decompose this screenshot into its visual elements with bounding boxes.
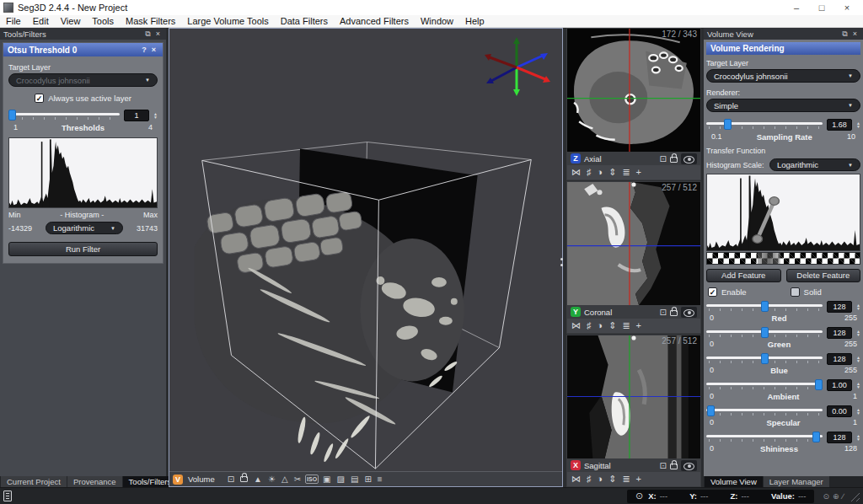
flip-horizontal-icon[interactable]: ⋈	[571, 319, 581, 332]
menu-mask-filters[interactable]: Mask Filters	[120, 15, 181, 28]
otsu-tool-header[interactable]: Otsu Threshold 0 ? ×	[3, 43, 163, 56]
tf-handle-low[interactable]	[753, 235, 763, 244]
dock-close-icon[interactable]: ×	[153, 29, 163, 38]
flip-horizontal-icon[interactable]: ⋈	[571, 166, 581, 179]
menu-lines-icon[interactable]: ≣	[622, 166, 630, 179]
autoview-icon[interactable]: ⊡	[660, 461, 667, 470]
resize-grip[interactable]	[849, 491, 860, 501]
transfer-function-histogram[interactable]	[706, 174, 860, 251]
grid-icon[interactable]: ♯	[587, 473, 592, 485]
visibility-eye-icon[interactable]	[681, 460, 697, 471]
run-filter-button[interactable]: Run Filter	[8, 242, 158, 256]
volume-viewport[interactable]: V Volume ⊡ ▲ ☀ △ ✂ ISO ▣ ▨ ▤ ⊞ ≡	[169, 28, 563, 487]
flip-vertical-icon[interactable]: ◑	[598, 319, 603, 332]
sampling-rate-spinbox[interactable]: 1.68	[827, 119, 852, 131]
specular-slider[interactable]	[706, 405, 823, 417]
always-active-checkbox[interactable]: ✓	[35, 94, 44, 103]
lock-icon[interactable]	[670, 153, 678, 164]
green-spinbox[interactable]: 128	[827, 327, 852, 339]
autoview-icon[interactable]: ⊡	[226, 473, 236, 486]
menu-data-filters[interactable]: Data Filters	[275, 15, 334, 28]
maximize-button[interactable]: □	[809, 0, 834, 15]
close-button[interactable]: ×	[834, 0, 860, 15]
menu-help[interactable]: Help	[459, 15, 490, 28]
delete-feature-button[interactable]: Delete Feature	[786, 269, 861, 282]
dock-float-icon[interactable]: ⧉	[839, 29, 850, 39]
tab-provenance[interactable]: Provenance	[67, 476, 122, 487]
menu-window[interactable]: Window	[415, 15, 459, 28]
thresholds-spinner[interactable]: ▲▼	[153, 112, 158, 120]
autoview-icon[interactable]: ⊡	[660, 308, 667, 317]
add-viewer-icon[interactable]: +	[636, 473, 641, 485]
menu-file[interactable]: File	[0, 15, 27, 28]
lock-icon[interactable]	[670, 306, 678, 318]
renderer-dropdown[interactable]: Simple ▼	[706, 99, 860, 112]
coronal-slice-image[interactable]: 257 / 512	[567, 182, 700, 305]
target-layer-dropdown[interactable]: Crocodylus johnsonii ▼	[706, 69, 860, 83]
histogram-scale-dropdown[interactable]: Logarithmic ▼	[46, 222, 123, 234]
red-spinbox[interactable]: 128	[827, 301, 852, 313]
sagittal-slice-image[interactable]: 257 / 512	[567, 335, 700, 458]
menu-lines-icon[interactable]: ≡	[376, 473, 384, 486]
solid-checkbox[interactable]	[791, 287, 800, 297]
lock-icon[interactable]	[670, 459, 678, 471]
axial-slice-image[interactable]: 172 / 343	[567, 29, 700, 152]
specular-spinbox[interactable]: 0.00	[827, 405, 852, 417]
add-feature-button[interactable]: Add Feature	[706, 269, 781, 282]
minimize-button[interactable]: –	[784, 0, 809, 15]
green-slider[interactable]	[706, 327, 823, 339]
shininess-slider[interactable]	[706, 432, 823, 443]
lock-icon[interactable]	[239, 472, 249, 486]
message-log-icon[interactable]	[3, 491, 12, 501]
slice-updown-icon[interactable]: ⇕	[608, 319, 616, 332]
menu-edit[interactable]: Edit	[27, 15, 55, 28]
menu-lines-icon[interactable]: ≣	[622, 319, 630, 332]
menu-advanced-filters[interactable]: Advanced Filters	[334, 15, 415, 28]
tool-help-icon[interactable]: ?	[139, 46, 149, 54]
slice-updown-icon[interactable]: ⇕	[608, 473, 616, 485]
target-layer-dropdown[interactable]: Crocodylus johnsonii ▼	[8, 73, 158, 87]
status-icon-3[interactable]: ∕	[840, 492, 845, 501]
red-slider[interactable]	[706, 301, 823, 313]
tf-handle-high[interactable]	[769, 197, 780, 206]
blue-slider[interactable]	[706, 353, 823, 365]
snapshot-icon[interactable]: ▣	[321, 473, 332, 486]
layers-icon[interactable]: ▤	[349, 473, 360, 486]
splitter-dot[interactable]	[631, 183, 635, 187]
flip-vertical-icon[interactable]: ◑	[598, 166, 603, 179]
clipping-icon[interactable]: △	[280, 473, 290, 486]
ambient-spinbox[interactable]: 1.00	[827, 379, 852, 391]
menu-lines-icon[interactable]: ≣	[622, 473, 630, 485]
dock-close-icon[interactable]: ×	[850, 29, 860, 38]
world-coords-icon[interactable]: ⊙	[635, 491, 643, 501]
flip-vertical-icon[interactable]: ◑	[598, 473, 603, 485]
scissors-icon[interactable]: ✂	[292, 473, 303, 486]
add-viewer-icon[interactable]: +	[636, 319, 641, 332]
histogram-scale-dropdown[interactable]: Logarithmic ▼	[769, 158, 860, 171]
shininess-spinbox[interactable]: 128	[827, 432, 852, 443]
enable-checkbox[interactable]: ✓	[708, 287, 717, 297]
orientation-icon[interactable]: ▲	[252, 473, 264, 486]
flip-horizontal-icon[interactable]: ⋈	[571, 473, 581, 485]
ambient-slider[interactable]	[706, 379, 823, 391]
tab-current-project[interactable]: Current Project	[1, 476, 67, 487]
grid-icon[interactable]: ♯	[587, 166, 592, 179]
status-icon-2[interactable]: ⊕	[831, 492, 841, 501]
splitter-dot[interactable]	[631, 336, 635, 340]
tool-close-icon[interactable]: ×	[149, 46, 158, 54]
sagittal-viewer-dropdown[interactable]: Sagittal	[584, 461, 657, 470]
isosurface-icon[interactable]: ISO	[305, 475, 319, 484]
thresholds-slider-thumb[interactable]	[8, 110, 16, 121]
sampling-rate-slider[interactable]	[706, 119, 823, 131]
axial-viewer-dropdown[interactable]: Axial	[584, 154, 657, 164]
dock-float-icon[interactable]: ⧉	[142, 29, 153, 39]
grid-icon[interactable]: ⊞	[362, 473, 373, 486]
visibility-eye-icon[interactable]	[681, 153, 697, 164]
thresholds-slider[interactable]	[8, 110, 120, 121]
grid-icon[interactable]: ♯	[587, 319, 592, 332]
tab-layer-manager[interactable]: Layer Manager	[764, 476, 829, 487]
viewport-splitter-handle[interactable]	[560, 258, 563, 270]
sampling-rate-thumb[interactable]	[724, 119, 732, 130]
menu-large-volume-tools[interactable]: Large Volume Tools	[181, 15, 274, 28]
add-viewer-icon[interactable]: +	[636, 166, 641, 179]
